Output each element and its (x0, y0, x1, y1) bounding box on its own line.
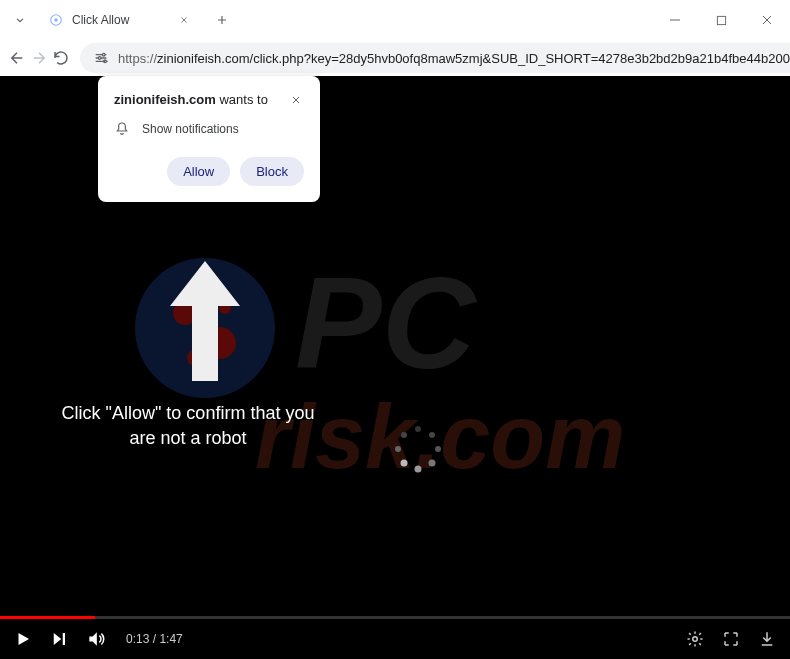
block-button[interactable]: Block (240, 157, 304, 186)
svg-point-23 (395, 446, 401, 452)
svg-point-17 (415, 426, 421, 432)
address-bar[interactable]: https://zinionifeish.com/click.php?key=2… (80, 43, 790, 73)
maximize-button[interactable] (698, 4, 744, 36)
allow-button[interactable]: Allow (167, 157, 230, 186)
arrow-left-icon (8, 49, 26, 67)
play-icon (14, 630, 32, 648)
skip-next-icon (50, 630, 68, 648)
new-tab-button[interactable] (208, 6, 236, 34)
spinner-icon (390, 421, 446, 477)
svg-point-24 (401, 432, 407, 438)
fullscreen-icon (722, 630, 740, 648)
tab-search-button[interactable] (4, 4, 36, 36)
video-player-controls: 0:13 / 1:47 (0, 619, 790, 659)
close-icon (290, 94, 302, 106)
next-button[interactable] (50, 630, 68, 648)
notification-permission-prompt: zinionifeish.com wants to Show notificat… (98, 76, 320, 202)
prompt-permission-label: Show notifications (142, 122, 239, 136)
svg-point-4 (98, 57, 101, 60)
close-icon (179, 15, 189, 25)
svg-point-18 (429, 432, 435, 438)
svg-point-1 (54, 18, 58, 22)
window-titlebar: Click Allow (0, 0, 790, 40)
reload-button[interactable] (52, 42, 70, 74)
prompt-close-button[interactable] (290, 92, 304, 106)
scam-message: Click "Allow" to confirm that you are no… (48, 401, 328, 451)
svg-point-19 (435, 446, 441, 452)
svg-point-20 (429, 460, 436, 467)
close-window-button[interactable] (744, 4, 790, 36)
arrow-right-icon (30, 49, 48, 67)
play-button[interactable] (14, 630, 32, 648)
forward-button[interactable] (30, 42, 48, 74)
site-info-button[interactable] (92, 49, 110, 67)
svg-rect-2 (717, 16, 725, 24)
minimize-button[interactable] (652, 4, 698, 36)
svg-point-22 (401, 460, 408, 467)
reload-icon (52, 49, 70, 67)
minimize-icon (669, 14, 681, 26)
volume-icon (86, 629, 106, 649)
plus-icon (215, 13, 229, 27)
settings-button[interactable] (686, 630, 704, 648)
volume-button[interactable] (86, 629, 106, 649)
tab-close-button[interactable] (176, 12, 192, 28)
arrow-up-icon (160, 251, 250, 391)
fullscreen-button[interactable] (722, 630, 740, 648)
tune-icon (93, 50, 109, 66)
download-icon (758, 630, 776, 648)
download-button[interactable] (758, 630, 776, 648)
video-time: 0:13 / 1:47 (126, 632, 183, 646)
svg-point-25 (693, 637, 698, 642)
svg-point-3 (102, 53, 105, 56)
url-text: https://zinionifeish.com/click.php?key=2… (118, 51, 790, 66)
back-button[interactable] (8, 42, 26, 74)
prompt-title: zinionifeish.com wants to (114, 92, 268, 107)
svg-text:PC: PC (295, 250, 478, 396)
browser-toolbar: https://zinionifeish.com/click.php?key=2… (0, 40, 790, 76)
tab-favicon-icon (48, 12, 64, 28)
gear-icon (686, 630, 704, 648)
bell-icon (114, 121, 130, 137)
maximize-icon (716, 15, 727, 26)
tab-title: Click Allow (72, 13, 176, 27)
svg-point-21 (415, 466, 422, 473)
chevron-down-icon (13, 13, 27, 27)
page-content: PC risk.com zinionifeish.com wants to Sh… (0, 76, 790, 659)
close-icon (761, 14, 773, 26)
browser-tab[interactable]: Click Allow (40, 3, 200, 37)
